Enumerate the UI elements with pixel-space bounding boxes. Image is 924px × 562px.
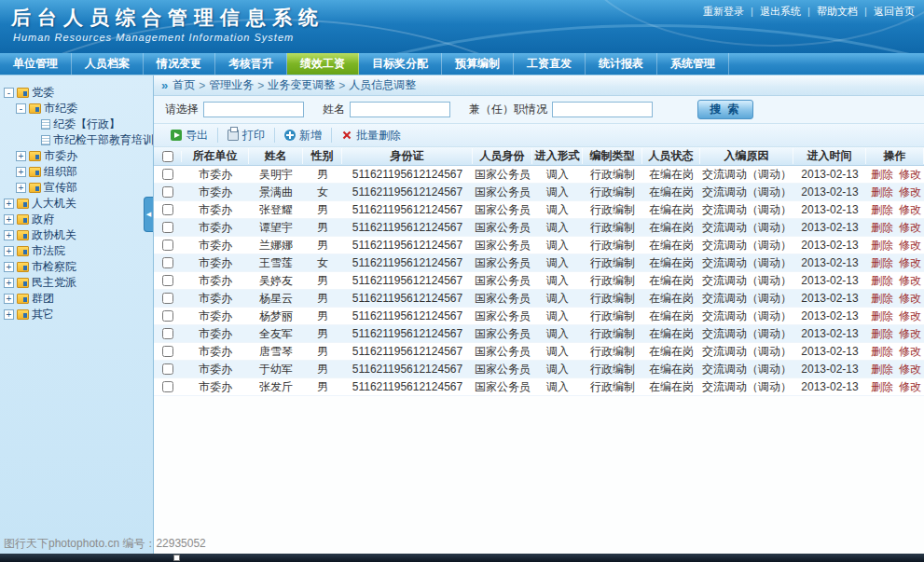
sidebar-collapse-handle[interactable]: ◀: [144, 197, 153, 232]
tree-toggle-icon[interactable]: +: [4, 230, 14, 240]
row-checkbox[interactable]: [162, 240, 173, 251]
tree-toggle-icon[interactable]: -: [4, 88, 14, 98]
tree-toggle-icon[interactable]: +: [16, 151, 26, 161]
delete-link[interactable]: 删除: [871, 363, 893, 376]
tree-item-label: 市纪检干部教育培训中心: [53, 132, 154, 148]
row-checkbox[interactable]: [162, 222, 173, 233]
nav-item[interactable]: 单位管理: [0, 53, 72, 75]
cell-identity: 国家公务员: [473, 379, 532, 395]
search-input[interactable]: [203, 102, 304, 117]
nav-item[interactable]: 系统管理: [657, 53, 729, 75]
delete-link[interactable]: 删除: [871, 380, 893, 393]
tree-item[interactable]: +群团: [0, 291, 153, 307]
nav-item[interactable]: 统计报表: [586, 53, 657, 75]
toolbar-button[interactable]: 导出: [161, 128, 218, 143]
edit-link[interactable]: 修改: [899, 185, 921, 199]
tree-toggle-icon[interactable]: +: [16, 183, 26, 193]
nav-item[interactable]: 情况变更: [144, 53, 215, 75]
cell-type: 行政编制: [583, 167, 642, 183]
tree-item[interactable]: +政协机关: [0, 227, 153, 243]
tree-item[interactable]: +其它: [0, 307, 153, 322]
edit-link[interactable]: 修改: [899, 380, 921, 393]
row-checkbox[interactable]: [162, 346, 173, 357]
edit-link[interactable]: 修改: [899, 363, 921, 376]
header-link[interactable]: 返回首页: [874, 6, 915, 17]
select-all-checkbox[interactable]: [162, 151, 173, 162]
toolbar-button[interactable]: 打印: [218, 128, 275, 143]
edit-link[interactable]: 修改: [899, 292, 921, 305]
delete-link[interactable]: 删除: [871, 309, 893, 322]
edit-link[interactable]: 修改: [899, 345, 921, 358]
nav-item[interactable]: 绩效工资: [287, 53, 359, 75]
tree-item[interactable]: +民主党派: [0, 275, 153, 291]
edit-link[interactable]: 修改: [899, 256, 921, 269]
tree-toggle-icon[interactable]: +: [4, 278, 14, 288]
search-input[interactable]: [350, 102, 450, 117]
row-checkbox[interactable]: [162, 186, 173, 198]
delete-link[interactable]: 删除: [871, 168, 893, 181]
edit-link[interactable]: 修改: [899, 168, 921, 181]
tree-toggle-icon[interactable]: +: [4, 294, 14, 304]
toolbar-button[interactable]: 批量删除: [332, 128, 410, 143]
row-checkbox[interactable]: [162, 310, 173, 322]
row-checkbox[interactable]: [162, 381, 173, 392]
delete-link[interactable]: 删除: [871, 274, 893, 287]
toolbar-button[interactable]: 新增: [275, 128, 332, 143]
edit-link[interactable]: 修改: [899, 274, 921, 287]
tree-item[interactable]: +市检察院: [0, 259, 153, 275]
header-link[interactable]: 退出系统: [760, 6, 801, 17]
footer-checkbox[interactable]: [173, 555, 180, 561]
tree-item[interactable]: +宣传部: [0, 180, 153, 196]
breadcrumb-item[interactable]: 管理业务: [209, 77, 254, 93]
row-checkbox[interactable]: [162, 169, 173, 180]
header-link[interactable]: 重新登录: [703, 6, 744, 17]
breadcrumb-item[interactable]: 业务变更调整: [268, 77, 335, 93]
nav-item[interactable]: 预算编制: [442, 53, 514, 75]
tree-item[interactable]: +市委办: [0, 148, 153, 164]
nav-item[interactable]: 人员档案: [72, 53, 144, 75]
edit-link[interactable]: 修改: [899, 239, 921, 252]
tree-toggle-icon[interactable]: +: [4, 199, 14, 209]
nav-item[interactable]: 目标奖分配: [359, 53, 442, 75]
breadcrumb-item[interactable]: 人员信息调整: [349, 77, 416, 93]
delete-link[interactable]: 删除: [871, 345, 893, 358]
tree-toggle-icon[interactable]: -: [16, 103, 26, 114]
delete-link[interactable]: 删除: [871, 203, 893, 216]
header-link[interactable]: 帮助文档: [817, 6, 858, 17]
row-checkbox[interactable]: [162, 363, 173, 375]
edit-link[interactable]: 修改: [899, 309, 921, 322]
delete-link[interactable]: 删除: [871, 327, 893, 340]
tree-item[interactable]: -市纪委: [0, 101, 153, 117]
row-checkbox[interactable]: [162, 204, 173, 215]
tree-toggle-icon[interactable]: +: [4, 246, 14, 256]
tree-item[interactable]: +组织部: [0, 164, 153, 180]
search-button[interactable]: 搜 索: [697, 100, 753, 119]
edit-link[interactable]: 修改: [899, 327, 921, 340]
delete-link[interactable]: 删除: [871, 292, 893, 305]
breadcrumb-item[interactable]: 首页: [172, 77, 195, 93]
nav-item[interactable]: 工资直发: [514, 53, 586, 75]
cell-date: 2013-02-13: [793, 292, 866, 305]
tree-item[interactable]: 市纪检干部教育培训中心: [0, 132, 153, 148]
tree-toggle-icon[interactable]: +: [4, 262, 14, 272]
tree-item[interactable]: +人大机关: [0, 196, 153, 212]
nav-item[interactable]: 考核晋升: [215, 53, 287, 75]
row-checkbox[interactable]: [162, 328, 173, 339]
tree-item[interactable]: 纪委【行政】: [0, 117, 153, 132]
tree-item[interactable]: +政府: [0, 212, 153, 227]
delete-link[interactable]: 删除: [871, 185, 893, 199]
search-input[interactable]: [552, 102, 653, 117]
tree-toggle-icon[interactable]: +: [16, 167, 26, 177]
edit-link[interactable]: 修改: [899, 221, 921, 234]
delete-link[interactable]: 删除: [871, 239, 893, 252]
delete-link[interactable]: 删除: [871, 221, 893, 234]
edit-link[interactable]: 修改: [899, 203, 921, 216]
row-checkbox[interactable]: [162, 293, 173, 304]
row-checkbox[interactable]: [162, 275, 173, 286]
delete-link[interactable]: 删除: [871, 256, 893, 269]
tree-item[interactable]: -党委: [0, 85, 153, 101]
row-checkbox[interactable]: [162, 257, 173, 268]
tree-toggle-icon[interactable]: +: [4, 309, 14, 320]
tree-toggle-icon[interactable]: +: [4, 214, 14, 225]
tree-item[interactable]: +市法院: [0, 243, 153, 259]
